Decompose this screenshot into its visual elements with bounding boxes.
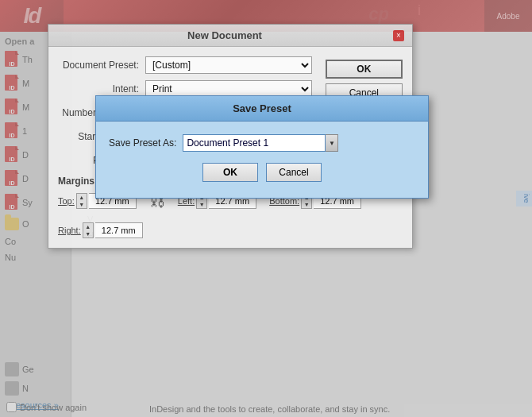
ok-button[interactable]: OK: [326, 60, 403, 79]
dialog-close-button[interactable]: ×: [393, 30, 404, 41]
margin-right-spinner[interactable]: ▲ ▼: [83, 222, 94, 238]
save-preset-input-row: Save Preset As: ▼: [109, 134, 415, 152]
spinner-down-icon[interactable]: ▼: [77, 201, 87, 208]
save-preset-buttons: OK Cancel: [109, 163, 415, 185]
margin-top-spinner[interactable]: ▲ ▼: [76, 193, 87, 209]
save-preset-body: Save Preset As: ▼ OK Cancel: [96, 122, 428, 198]
preset-label: Document Preset:: [58, 60, 145, 71]
spinner-down-icon[interactable]: ▼: [302, 201, 311, 208]
spinner-up-icon[interactable]: ▲: [83, 223, 93, 230]
spinner-down-icon[interactable]: ▼: [197, 201, 206, 208]
margin-right-input[interactable]: [95, 222, 143, 238]
dialog-titlebar: New Document ×: [48, 25, 412, 47]
margin-top-label: Top:: [58, 196, 75, 206]
dialog-title: New Document: [56, 29, 393, 41]
close-icon: ×: [396, 31, 401, 40]
margin-right-group: Right: ▲ ▼: [58, 222, 143, 238]
save-preset-dropdown[interactable]: ▼: [326, 134, 338, 152]
save-preset-titlebar: Save Preset: [96, 96, 428, 122]
app-background: Id cp i Adobe Open a ID Th: [0, 0, 532, 417]
margin-right-label: Right:: [58, 226, 81, 235]
save-preset-input[interactable]: [183, 134, 326, 152]
intent-label: Intent:: [58, 83, 145, 95]
save-preset-dialog: Save Preset Save Preset As: ▼ OK Cancel: [95, 95, 429, 199]
save-preset-cancel-button[interactable]: Cancel: [266, 163, 322, 182]
spinner-up-icon[interactable]: ▲: [77, 194, 87, 201]
save-preset-title: Save Preset: [233, 102, 291, 114]
spinner-down-icon[interactable]: ▼: [83, 230, 93, 237]
save-preset-ok-button[interactable]: OK: [202, 163, 258, 182]
preset-select[interactable]: [Custom]: [145, 56, 312, 74]
save-preset-as-label: Save Preset As:: [109, 137, 176, 149]
